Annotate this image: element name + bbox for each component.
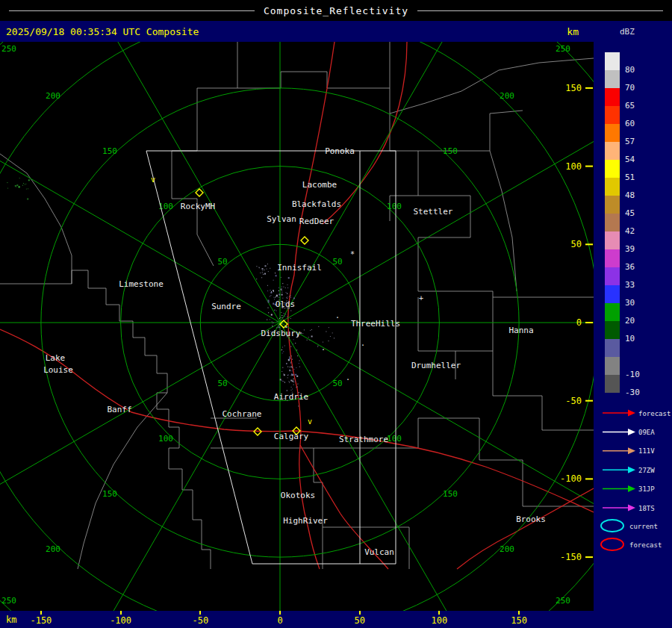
echo-pixel	[287, 285, 288, 285]
echo-pixel	[292, 381, 293, 382]
echo-pixel	[311, 329, 312, 330]
echo-pixel	[329, 341, 329, 341]
bottom-axis-tick	[199, 611, 201, 615]
city-label-innisfail: Innisfail	[277, 263, 322, 273]
legend-value: 54	[625, 155, 655, 164]
range-ring-label: 50	[332, 379, 342, 388]
shape-label: forecast	[629, 541, 662, 549]
echo-pixel	[281, 288, 282, 289]
echo-pixel	[268, 271, 269, 272]
range-ring-label: 200	[500, 544, 514, 554]
bottom-axis-tick	[359, 611, 361, 615]
echo-pixel	[280, 379, 281, 380]
title-bar: Composite_Reflectivity	[0, 0, 672, 21]
echo-pixel	[273, 323, 274, 323]
track-label: forecast	[638, 410, 671, 417]
legend-value: 36	[625, 263, 655, 271]
echo-pixel	[332, 332, 333, 333]
echo-pixel	[277, 296, 278, 297]
legend-value: 48	[625, 191, 655, 199]
echo-pixel	[290, 297, 291, 298]
echo-pixel	[267, 285, 268, 286]
city-label-olds: Olds	[276, 299, 296, 309]
echo-pixel	[295, 343, 296, 343]
site-diamond-icon	[301, 237, 308, 244]
title-rule-right	[417, 10, 663, 11]
echo-pixel	[317, 346, 318, 347]
range-ring-label: 100	[387, 202, 402, 211]
city-label-strathmore: Strathmore	[339, 435, 388, 444]
echo-pixel	[290, 362, 291, 363]
echo-pixel	[291, 390, 292, 391]
echo-pixel	[283, 351, 284, 352]
city-label-stettler: Stettler	[414, 207, 453, 217]
right-axis-label: 0	[576, 317, 582, 328]
echo-pixel	[281, 292, 282, 293]
echo-pixel	[275, 273, 276, 273]
echo-pixel	[267, 264, 268, 264]
radar-map-canvas[interactable]: 5050505010010010010015015015015020020020…	[0, 42, 594, 611]
echo-pixel	[285, 314, 286, 314]
legend-value: 65	[625, 102, 655, 110]
echo-pixel	[290, 370, 290, 370]
legend-value: 20	[625, 317, 655, 325]
city-label-cochrane: Cochrane	[223, 409, 262, 419]
echo-pixel	[326, 332, 326, 332]
legend-band-57	[605, 124, 620, 142]
track-arrow-head	[628, 429, 635, 435]
echo-pixel	[273, 291, 274, 292]
echo-pixel	[302, 333, 303, 334]
bottom-axis-label: 100	[423, 615, 455, 626]
track-arrow-head	[628, 410, 635, 417]
echo-pixel	[289, 296, 290, 297]
legend-band-33	[605, 267, 620, 285]
echo-pixel	[267, 320, 267, 320]
radar-map[interactable]: 5050505010010010010015015015015020020020…	[0, 42, 594, 611]
echo-pixel	[290, 346, 291, 347]
boundary-line	[72, 270, 211, 569]
legend-value: 39	[625, 245, 655, 253]
radar-coverage-outline	[146, 151, 396, 564]
highway-line	[323, 42, 407, 224]
echo-pixel	[258, 267, 259, 268]
city-label-reddeer: RedDeer	[299, 217, 335, 226]
echo-pixel	[262, 270, 263, 271]
echo-pixel	[293, 339, 294, 340]
range-ring-label: 250	[556, 44, 570, 54]
echo-pixel	[15, 185, 16, 187]
city-label-lake: Lake	[46, 353, 66, 363]
right-axis-label: 150	[565, 83, 582, 93]
echo-pixel	[281, 349, 282, 350]
echo-pixel	[292, 374, 293, 376]
echo-pixel	[279, 297, 279, 298]
echo-pixel	[286, 297, 287, 298]
echo-pixel	[290, 295, 291, 296]
echo-pixel	[268, 312, 269, 313]
echo-pixel	[279, 327, 279, 328]
range-ring-label: 150	[102, 146, 117, 156]
echo-pixel	[273, 290, 274, 291]
echo-pixel	[318, 346, 319, 346]
echo-pixel	[295, 381, 296, 382]
legend-band-48	[605, 178, 620, 196]
echo-pixel	[281, 320, 281, 321]
echo-pixel	[292, 370, 293, 371]
city-label-blackfalds: Blackfalds	[292, 199, 341, 209]
echo-pixel	[273, 280, 274, 281]
legend-band--10	[605, 357, 620, 375]
info-row: 2025/09/18 00:35:34 UTC Composite km	[0, 21, 594, 42]
echo-pixel	[296, 387, 296, 388]
boundary-line	[418, 111, 523, 151]
track-arrow-head	[628, 467, 635, 473]
bottom-axis-label: -50	[184, 615, 217, 626]
echo-pixel	[282, 317, 283, 318]
echo-pixel	[25, 184, 25, 185]
echo-pixel	[27, 199, 28, 200]
echo-pixel	[264, 270, 265, 270]
echo-pixel	[282, 367, 283, 368]
echo-pixel	[281, 380, 282, 381]
echo-pixel	[287, 296, 288, 297]
echo-pixel	[256, 266, 257, 267]
echo-pixel	[276, 295, 278, 296]
bottom-axis-tick	[518, 611, 520, 615]
